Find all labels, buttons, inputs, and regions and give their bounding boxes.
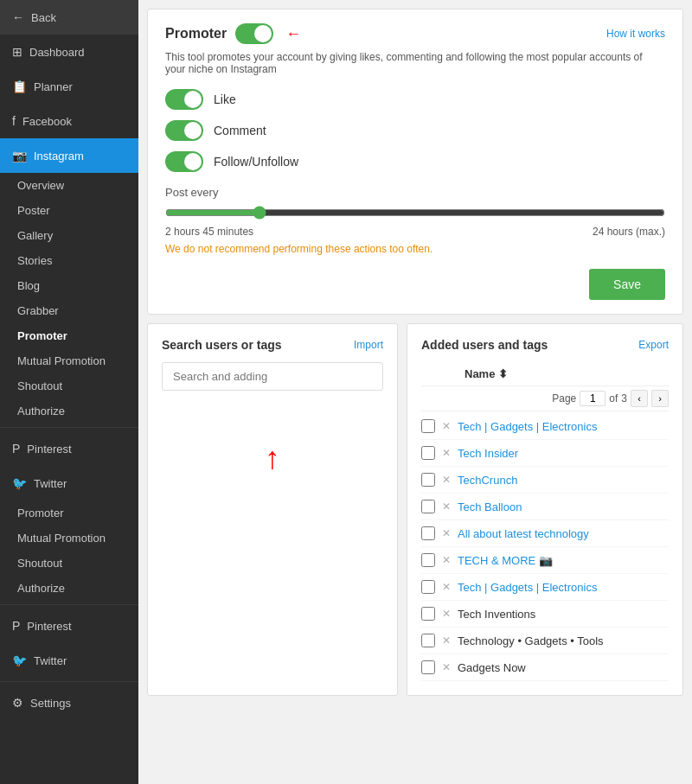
sidebar-item-stories[interactable]: Stories (0, 248, 138, 273)
slider-labels: 2 hours 45 minutes 24 hours (max.) (165, 226, 665, 238)
sidebar-divider-2 (0, 604, 138, 605)
dashboard-icon: ⊞ (12, 45, 22, 59)
page-total: 3 (621, 392, 627, 405)
sidebar-item-poster[interactable]: Poster (0, 198, 138, 223)
table-row: ✕ Tech Insider (421, 440, 669, 467)
row-checkbox-9[interactable] (421, 660, 435, 674)
sidebar-item-instagram[interactable]: 📷 Instagram (0, 138, 138, 173)
promoter-title: Promoter (165, 26, 227, 41)
row-checkbox-8[interactable] (421, 634, 435, 647)
sidebar-item-authorize-tw[interactable]: Authorize (0, 576, 138, 601)
row-name-1: Tech Insider (458, 447, 518, 460)
row-checkbox-2[interactable] (421, 473, 435, 487)
table-row: ✕ TECH & MORE 📷 (421, 547, 669, 574)
row-checkbox-7[interactable] (421, 607, 435, 621)
pinterest2-icon: P (12, 619, 20, 633)
follow-toggle[interactable] (165, 151, 203, 172)
like-label: Like (214, 92, 236, 106)
row-remove-6[interactable]: ✕ (442, 581, 451, 593)
promoter-toggle[interactable] (235, 23, 273, 44)
name-column-header: Name ⬍ (465, 367, 508, 380)
row-remove-5[interactable]: ✕ (442, 554, 451, 566)
row-name-7: Tech Inventions (458, 608, 535, 621)
sidebar-item-mutual-promotion-tw[interactable]: Mutual Promotion (0, 526, 138, 551)
row-remove-3[interactable]: ✕ (442, 500, 451, 513)
row-name-9: Gadgets Now (458, 661, 526, 674)
pagination-row: Page of 3 ‹ › (421, 386, 669, 411)
comment-toggle-slider (165, 120, 203, 141)
sidebar-item-gallery[interactable]: Gallery (0, 223, 138, 248)
next-page-button[interactable]: › (651, 390, 669, 407)
warning-text: We do not recommend performing these act… (165, 243, 665, 255)
promoter-header: Promoter ← How it works (165, 23, 665, 44)
search-input[interactable] (162, 362, 383, 391)
promoter-panel: Promoter ← How it works This tool promot… (147, 9, 683, 315)
row-name-8: Technology • Gadgets • Tools (458, 634, 604, 647)
sidebar-item-authorize[interactable]: Authorize (0, 398, 138, 424)
like-toggle-slider (165, 89, 203, 110)
export-link[interactable]: Export (638, 339, 669, 351)
row-checkbox-4[interactable] (421, 526, 435, 540)
time-min: 2 hours 45 minutes (165, 226, 253, 238)
sidebar-item-overview[interactable]: Overview (0, 173, 138, 198)
arrow-right-icon: ← (285, 25, 301, 43)
row-name-4: All about latest technology (458, 527, 589, 540)
how-it-works-link[interactable]: How it works (606, 28, 665, 40)
like-toggle[interactable] (165, 89, 203, 110)
prev-page-button[interactable]: ‹ (631, 390, 648, 407)
row-remove-2[interactable]: ✕ (442, 474, 451, 486)
sidebar-item-settings[interactable]: ⚙ Settings (0, 685, 138, 720)
row-checkbox-3[interactable] (421, 500, 435, 513)
comment-toggle[interactable] (165, 120, 203, 141)
follow-label: Follow/Unfollow (214, 155, 298, 169)
sidebar-item-planner[interactable]: 📋 Planner (0, 69, 138, 104)
row-checkbox-1[interactable] (421, 446, 435, 460)
row-remove-7[interactable]: ✕ (442, 608, 451, 620)
sidebar: ← Back ⊞ Dashboard 📋 Planner f Facebook … (0, 0, 138, 784)
sidebar-item-twitter2[interactable]: 🐦 Twitter (0, 643, 138, 678)
sidebar-item-dashboard[interactable]: ⊞ Dashboard (0, 35, 138, 69)
row-remove-8[interactable]: ✕ (442, 634, 451, 647)
sidebar-item-back[interactable]: ← Back (0, 0, 138, 35)
row-name-3: Tech Balloon (458, 500, 522, 513)
sidebar-item-pinterest2[interactable]: P Pinterest (0, 609, 138, 643)
added-panel-header: Added users and tags Export (421, 338, 669, 352)
row-remove-9[interactable]: ✕ (442, 661, 451, 673)
post-every-slider[interactable] (165, 206, 665, 220)
sidebar-item-promoter-tw[interactable]: Promoter (0, 500, 138, 526)
comment-label: Comment (214, 124, 266, 137)
sidebar-item-shoutout-tw[interactable]: Shoutout (0, 551, 138, 576)
sidebar-item-pinterest[interactable]: P Pinterest (0, 431, 138, 466)
row-name-6: Tech | Gadgets | Electronics (458, 581, 597, 594)
sidebar-item-facebook[interactable]: f Facebook (0, 104, 138, 138)
row-checkbox-6[interactable] (421, 580, 435, 594)
follow-toggle-slider (165, 151, 203, 172)
row-checkbox-5[interactable] (421, 553, 435, 567)
row-name-0: Tech | Gadgets | Electronics (458, 420, 597, 433)
sidebar-item-twitter[interactable]: 🐦 Twitter (0, 466, 138, 500)
row-checkbox-0[interactable] (421, 419, 435, 433)
sidebar-item-shoutout[interactable]: Shoutout (0, 373, 138, 398)
promoter-toggle-slider (235, 23, 273, 44)
sidebar-item-blog[interactable]: Blog (0, 273, 138, 298)
sidebar-item-mutual-promotion[interactable]: Mutual Promotion (0, 348, 138, 373)
row-remove-0[interactable]: ✕ (442, 420, 451, 432)
page-input[interactable] (580, 391, 606, 406)
sidebar-item-grabber[interactable]: Grabber (0, 298, 138, 323)
import-link[interactable]: Import (354, 339, 383, 351)
save-button[interactable]: Save (589, 269, 665, 300)
sidebar-item-promoter[interactable]: Promoter (0, 323, 138, 348)
sidebar-divider-3 (0, 681, 138, 682)
sidebar-divider-1 (0, 427, 138, 428)
row-remove-4[interactable]: ✕ (442, 527, 451, 539)
table-rows: ✕ Tech | Gadgets | Electronics ✕ Tech In… (421, 413, 669, 681)
search-panel: Search users or tags Import ↑ (147, 323, 398, 696)
added-panel: Added users and tags Export Name ⬍ Page … (407, 323, 683, 696)
table-row: ✕ Tech Balloon (421, 494, 669, 520)
table-row: ✕ Tech | Gadgets | Electronics (421, 574, 669, 601)
arrow-up-container: ↑ (162, 443, 383, 474)
row-remove-1[interactable]: ✕ (442, 447, 451, 459)
bottom-row: Search users or tags Import ↑ Added user… (147, 323, 683, 696)
table-header: Name ⬍ (421, 362, 669, 386)
table-row: ✕ Tech Inventions (421, 601, 669, 628)
